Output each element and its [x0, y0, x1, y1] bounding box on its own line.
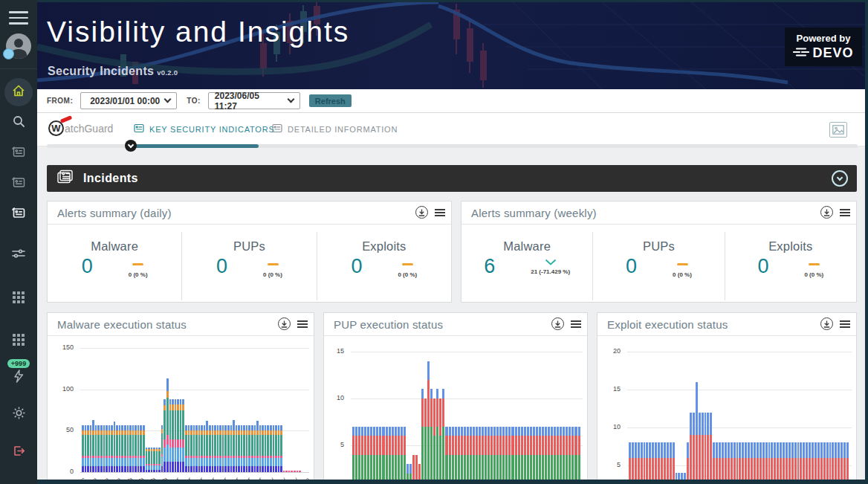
- metric-malware: Malware 0 0 (0 %): [48, 232, 181, 300]
- card-menu-icon[interactable]: [571, 319, 581, 329]
- download-icon[interactable]: [820, 206, 833, 219]
- y-axis-tick-label: 50: [48, 426, 74, 435]
- user-avatar[interactable]: [6, 33, 31, 59]
- bars-area: [352, 346, 580, 480]
- stacked-bar: [163, 399, 166, 472]
- stacked-bar: [445, 427, 447, 480]
- stacked-bar: [548, 427, 550, 480]
- download-icon[interactable]: [415, 206, 428, 219]
- stacked-bar: [493, 427, 496, 480]
- sidebar-item-logout[interactable]: [4, 438, 33, 466]
- stacked-bar: [238, 425, 240, 472]
- stacked-bar: [797, 442, 800, 480]
- snapshot-image-button[interactable]: [829, 122, 847, 138]
- stacked-bar: [103, 425, 106, 472]
- sidebar-item-board-1[interactable]: [4, 139, 33, 167]
- stacked-bar: [85, 425, 87, 472]
- chart-title: Exploit execution status: [607, 318, 728, 331]
- stacked-bar: [470, 427, 472, 480]
- download-icon[interactable]: [551, 317, 564, 330]
- download-icon[interactable]: [820, 317, 833, 330]
- stacked-bar: [230, 425, 233, 472]
- stacked-bar: [148, 448, 150, 472]
- stacked-bar: [379, 427, 381, 480]
- gear-icon: [12, 406, 26, 423]
- card-menu-icon[interactable]: [297, 319, 308, 329]
- stacked-bar: [299, 471, 301, 472]
- stacked-bar: [693, 413, 695, 480]
- stacked-bar: [177, 399, 179, 472]
- app-window: +999: [0, 0, 868, 484]
- metric-value: 0: [351, 255, 362, 278]
- report-icon: [272, 123, 283, 136]
- to-date-select[interactable]: 2023/06/05 11:27: [208, 92, 300, 109]
- stacked-bar: [571, 427, 574, 480]
- chevron-down-icon: [287, 96, 294, 103]
- stacked-bar: [539, 427, 541, 480]
- stacked-bar: [193, 425, 195, 472]
- sidebar-item-apps-1[interactable]: [4, 285, 33, 313]
- metric-value: 0: [757, 255, 768, 278]
- menu-icon[interactable]: [9, 11, 28, 28]
- metric-pups: PUPs 0 0 (0 %): [181, 232, 316, 300]
- exploit-execution-status-card: Exploit execution status 5101520: [597, 312, 857, 480]
- stacked-bar: [175, 399, 177, 472]
- stacked-bar: [521, 427, 523, 480]
- stacked-bar: [762, 442, 765, 480]
- home-icon: [11, 83, 26, 101]
- watchguard-logo[interactable]: W atchGuard: [48, 120, 113, 136]
- stacked-bar: [736, 442, 739, 480]
- stacked-bar: [418, 464, 421, 480]
- stacked-bar: [635, 442, 637, 480]
- stacked-bar: [731, 442, 733, 480]
- sidebar-item-filters[interactable]: [4, 241, 33, 269]
- stacked-bar: [412, 455, 415, 480]
- metric-value: 0: [626, 255, 637, 278]
- sidebar-item-board-2[interactable]: [4, 170, 33, 198]
- stacked-bar: [92, 420, 94, 472]
- sidebar-item-settings[interactable]: [4, 400, 33, 428]
- sidebar-item-home[interactable]: [4, 78, 33, 106]
- stacked-bar: [719, 442, 721, 480]
- sidebar-item-board-active[interactable]: [4, 200, 33, 228]
- stacked-bar: [725, 442, 727, 480]
- stacked-bar: [658, 442, 660, 480]
- lightning-icon: [13, 370, 25, 386]
- sidebar-item-apps-2[interactable]: [4, 327, 33, 355]
- stacked-bar: [294, 471, 296, 472]
- stacked-bar: [270, 425, 272, 472]
- download-icon[interactable]: [278, 317, 291, 330]
- collapse-indicator[interactable]: [125, 140, 137, 152]
- card-menu-icon[interactable]: [435, 207, 445, 218]
- refresh-button[interactable]: Refresh: [309, 94, 352, 107]
- sidebar-item-search[interactable]: [4, 109, 33, 137]
- from-date-select[interactable]: 2023/01/01 00:00: [80, 92, 177, 109]
- stacked-bar: [188, 425, 190, 472]
- tab-detailed-information[interactable]: DETAILED INFORMATION: [272, 123, 398, 136]
- stacked-bar: [557, 427, 559, 480]
- stacked-bar: [560, 427, 562, 480]
- sidebar-item-alerts[interactable]: [4, 368, 33, 387]
- y-axis-tick-label: 15: [324, 347, 344, 356]
- tab-key-security-indicators[interactable]: KEY SECURITY INDICATORS: [134, 123, 275, 136]
- stacked-bar: [458, 427, 460, 480]
- malware-execution-status-card: Malware execution status 050100150DecJan…: [47, 312, 314, 480]
- stacked-bar: [739, 442, 741, 480]
- stacked-bar: [161, 425, 163, 472]
- collapse-section-button[interactable]: [832, 170, 848, 187]
- stacked-bar: [542, 427, 544, 480]
- card-menu-icon[interactable]: [840, 319, 850, 329]
- stacked-bar: [673, 442, 675, 480]
- stacked-bar: [156, 448, 158, 472]
- stacked-bar: [527, 427, 529, 480]
- gridline: [80, 472, 309, 473]
- card-menu-icon[interactable]: [840, 207, 850, 218]
- stacked-bar: [358, 427, 360, 480]
- stacked-bar: [702, 413, 704, 480]
- stacked-bar: [678, 473, 680, 480]
- y-axis-tick-label: 5: [597, 461, 621, 470]
- stacked-bar: [687, 442, 689, 480]
- stacked-bar: [143, 425, 145, 472]
- stacked-bar: [195, 425, 198, 472]
- stacked-bar: [473, 427, 475, 480]
